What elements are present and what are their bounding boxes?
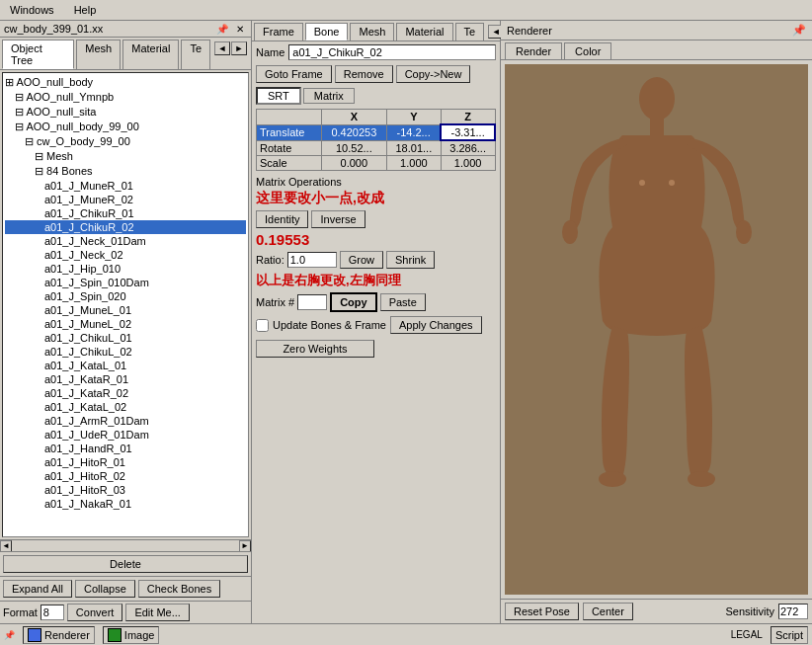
identity-button[interactable]: Identity bbox=[256, 210, 308, 228]
tab-frame[interactable]: Frame bbox=[254, 23, 303, 40]
tab-bone[interactable]: Bone bbox=[305, 23, 349, 40]
tree-item-sita[interactable]: ⊟ AOO_null_sita bbox=[5, 105, 246, 120]
menu-help[interactable]: Help bbox=[68, 2, 103, 18]
tree-item-mesh[interactable]: ⊟ Mesh bbox=[5, 149, 246, 164]
copy-button[interactable]: Copy bbox=[330, 292, 377, 312]
matrix-num-input[interactable] bbox=[297, 294, 327, 310]
tree-item-b14[interactable]: a01_J_KataL_01 bbox=[5, 359, 246, 372]
tree-item-b19[interactable]: a01_J_UdeR_01Dam bbox=[5, 428, 246, 442]
svg-point-6 bbox=[639, 180, 645, 186]
status-image[interactable]: Image bbox=[103, 626, 160, 644]
rotate-y[interactable]: 18.01... bbox=[386, 140, 441, 156]
tab-te-props[interactable]: Te bbox=[455, 23, 485, 40]
remove-button[interactable]: Remove bbox=[335, 65, 393, 83]
scroll-left-arrow[interactable]: ◄ bbox=[0, 540, 12, 552]
tree-item-ymnpb[interactable]: ⊟ AOO_null_Ymnpb bbox=[5, 90, 246, 105]
h-scrollbar[interactable]: ◄ ► bbox=[0, 539, 251, 551]
inverse-button[interactable]: Inverse bbox=[311, 210, 365, 228]
format-input[interactable] bbox=[41, 605, 64, 620]
tab-mesh-props[interactable]: Mesh bbox=[350, 23, 394, 40]
status-renderer[interactable]: Renderer bbox=[23, 626, 95, 644]
translate-z[interactable]: -3.31... bbox=[441, 124, 495, 140]
renderer-tab-render[interactable]: Render bbox=[505, 42, 562, 59]
tab-material-props[interactable]: Material bbox=[396, 23, 452, 40]
collapse-button[interactable]: Collapse bbox=[75, 580, 135, 598]
grow-button[interactable]: Grow bbox=[340, 251, 383, 269]
object-tree: ⊞ AOO_null_body ⊟ AOO_null_Ymnpb ⊟ AOO_n… bbox=[2, 72, 249, 537]
zero-weights-button[interactable]: Zero Weights bbox=[256, 340, 374, 358]
zero-weights-row: Zero Weights bbox=[252, 336, 500, 362]
tab-mesh[interactable]: Mesh bbox=[76, 40, 121, 69]
tree-item-84bones[interactable]: ⊟ 84 Bones bbox=[5, 164, 246, 179]
ratio-input[interactable] bbox=[287, 252, 337, 268]
convert-button[interactable]: Convert bbox=[67, 604, 123, 621]
scroll-right-btn[interactable]: ► bbox=[231, 41, 247, 55]
tree-item-root[interactable]: ⊞ AOO_null_body bbox=[5, 75, 246, 90]
tree-item-b12[interactable]: a01_J_ChikuL_01 bbox=[5, 331, 246, 345]
scroll-left-btn[interactable]: ◄ bbox=[214, 41, 230, 55]
tree-item-b4-selected[interactable]: a01_J_ChikuR_02 bbox=[5, 220, 246, 234]
scroll-right-arrow[interactable]: ► bbox=[239, 540, 251, 552]
paste-button[interactable]: Paste bbox=[380, 293, 426, 311]
copy-new-button[interactable]: Copy->New bbox=[396, 65, 471, 83]
translate-x[interactable]: 0.420253 bbox=[321, 124, 386, 140]
tree-item-b11[interactable]: a01_J_MuneL_02 bbox=[5, 317, 246, 331]
delete-button[interactable]: Delete bbox=[3, 555, 248, 573]
matrix-toggle[interactable]: Matrix bbox=[303, 88, 355, 104]
tree-item-b6[interactable]: a01_J_Neck_02 bbox=[5, 248, 246, 262]
check-bones-button[interactable]: Check Bones bbox=[138, 580, 220, 598]
rotate-x[interactable]: 10.52... bbox=[321, 140, 386, 156]
tree-item-b7[interactable]: a01_J_Hip_010 bbox=[5, 262, 246, 276]
tree-bottom-controls: Delete bbox=[0, 551, 251, 576]
col-z: Z bbox=[441, 110, 495, 125]
tree-item-b16[interactable]: a01_J_KataR_02 bbox=[5, 386, 246, 400]
tree-item-b23[interactable]: a01_J_HitoR_03 bbox=[5, 483, 246, 497]
tree-item-b24[interactable]: a01_J_NakaR_01 bbox=[5, 497, 246, 511]
expand-all-button[interactable]: Expand All bbox=[3, 580, 72, 598]
scale-z[interactable]: 1.000 bbox=[441, 156, 495, 171]
reset-pose-button[interactable]: Reset Pose bbox=[505, 603, 579, 620]
tree-item-b22[interactable]: a01_J_HitoR_02 bbox=[5, 469, 246, 483]
tree-item-b17[interactable]: a01_J_KataL_02 bbox=[5, 400, 246, 414]
doc-pin-btn[interactable]: 📌 bbox=[213, 24, 231, 35]
bone-name-input[interactable] bbox=[288, 44, 496, 60]
translate-y[interactable]: -14.2... bbox=[386, 124, 441, 140]
render-viewport[interactable] bbox=[505, 64, 808, 595]
center-button[interactable]: Center bbox=[583, 603, 633, 620]
edit-mesh-button[interactable]: Edit Me... bbox=[125, 604, 189, 621]
rotate-z[interactable]: 3.286... bbox=[441, 140, 495, 156]
tree-item-b20[interactable]: a01_J_HandR_01 bbox=[5, 442, 246, 455]
tree-item-cw-body[interactable]: ⊟ cw_O_body_99_00 bbox=[5, 134, 246, 149]
tab-material[interactable]: Material bbox=[122, 40, 179, 69]
doc-close-btn[interactable]: ✕ bbox=[233, 24, 247, 35]
tree-item-b10[interactable]: a01_J_MuneL_01 bbox=[5, 303, 246, 317]
sensitivity-input[interactable] bbox=[778, 604, 808, 619]
tree-item-b9[interactable]: a01_J_Spin_020 bbox=[5, 289, 246, 303]
renderer-pin-btn[interactable]: 📌 bbox=[792, 24, 806, 37]
tree-item-b13[interactable]: a01_J_ChikuL_02 bbox=[5, 345, 246, 359]
tree-item-b5[interactable]: a01_J_Neck_01Dam bbox=[5, 234, 246, 248]
tab-te[interactable]: Te bbox=[181, 40, 210, 69]
tree-item-b21[interactable]: a01_J_HitoR_01 bbox=[5, 455, 246, 469]
tree-item-b15[interactable]: a01_J_KataR_01 bbox=[5, 372, 246, 386]
scale-x[interactable]: 0.000 bbox=[321, 156, 386, 171]
col-label bbox=[257, 110, 322, 125]
tree-item-b8[interactable]: a01_J_Spin_010Dam bbox=[5, 276, 246, 289]
renderer-tab-color[interactable]: Color bbox=[564, 42, 611, 59]
svg-point-2 bbox=[562, 220, 578, 244]
shrink-button[interactable]: Shrink bbox=[386, 251, 435, 269]
apply-changes-button[interactable]: Apply Changes bbox=[390, 316, 482, 334]
tree-item-body99[interactable]: ⊟ AOO_null_body_99_00 bbox=[5, 120, 246, 134]
scale-y[interactable]: 1.000 bbox=[386, 156, 441, 171]
tab-object-tree[interactable]: Object Tree bbox=[2, 40, 74, 69]
tree-item-b2[interactable]: a01_J_MuneR_02 bbox=[5, 193, 246, 206]
status-bar: 📌 Renderer Image LEGAL Script bbox=[0, 623, 812, 645]
tree-item-b1[interactable]: a01_J_MuneR_01 bbox=[5, 179, 246, 193]
goto-frame-button[interactable]: Goto Frame bbox=[256, 65, 332, 83]
update-bones-checkbox[interactable] bbox=[256, 319, 269, 332]
tree-item-b18[interactable]: a01_J_ArmR_01Dam bbox=[5, 414, 246, 428]
menu-windows[interactable]: Windows bbox=[4, 2, 60, 18]
props-tabs: Frame Bone Mesh Material Te ◄ ► bbox=[252, 21, 500, 41]
srt-toggle[interactable]: SRT bbox=[256, 87, 301, 105]
tree-item-b3[interactable]: a01_J_ChikuR_01 bbox=[5, 206, 246, 220]
